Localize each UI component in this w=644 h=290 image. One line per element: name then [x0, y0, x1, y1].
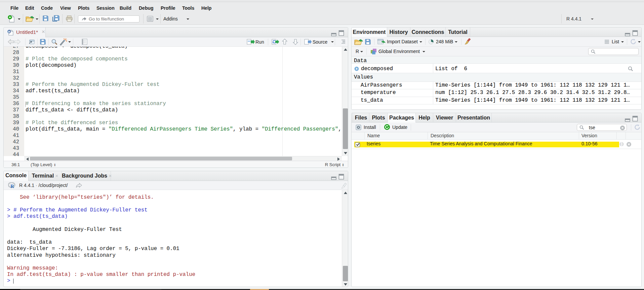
svg-text:R: R [8, 30, 10, 34]
svg-text:R: R [10, 184, 14, 189]
